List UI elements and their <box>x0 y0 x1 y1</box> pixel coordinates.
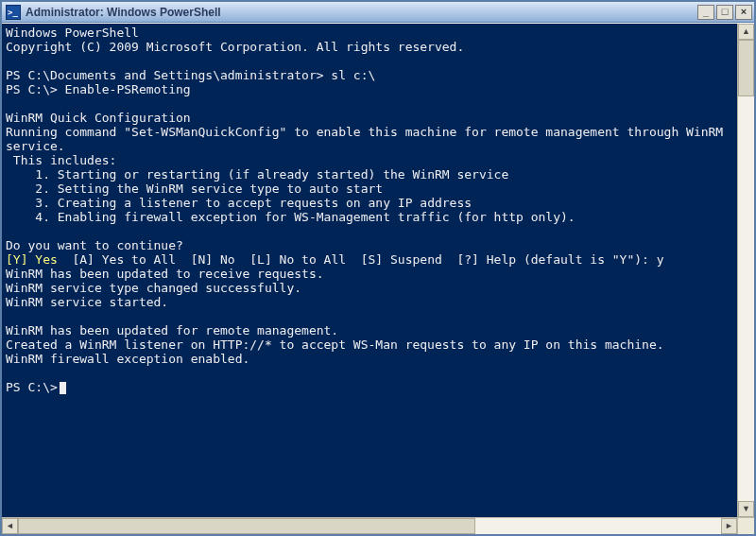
close-button[interactable]: × <box>735 5 752 20</box>
console-line: Created a WinRM listener on HTTP://* to … <box>6 337 664 352</box>
console-line: This includes: <box>6 153 116 167</box>
scroll-right-button[interactable]: ► <box>721 518 737 534</box>
window-controls: _ □ × <box>697 5 752 20</box>
console-line: 3. Creating a listener to accept request… <box>6 196 472 210</box>
console-line: WinRM Quick Configuration <box>6 111 191 125</box>
window-title: Administrator: Windows PowerShell <box>26 6 697 19</box>
console-line: Running command "Set-WSManQuickConfig" t… <box>6 125 730 153</box>
console-line: 2. Setting the WinRM service type to aut… <box>6 182 383 196</box>
prompt-choices: [A] Yes to All [N] No [L] No to All [S] … <box>58 252 664 267</box>
scroll-left-button[interactable]: ◄ <box>2 518 18 534</box>
scrollbar-corner <box>737 517 754 534</box>
minimize-button[interactable]: _ <box>697 5 714 20</box>
scroll-up-button[interactable]: ▲ <box>738 24 754 40</box>
console-output[interactable]: Windows PowerShell Copyright (C) 2009 Mi… <box>2 24 737 517</box>
scroll-h-track[interactable] <box>18 518 721 534</box>
titlebar[interactable]: Administrator: Windows PowerShell _ □ × <box>2 2 754 23</box>
cursor-icon <box>60 382 66 394</box>
scroll-v-thumb[interactable] <box>738 40 754 96</box>
console-line: PS C:\> Enable-PSRemoting <box>6 82 191 96</box>
console-line: 4. Enabling firewall exception for WS-Ma… <box>6 210 576 224</box>
powershell-icon[interactable] <box>6 5 21 20</box>
maximize-button[interactable]: □ <box>716 5 733 20</box>
scroll-h-thumb[interactable] <box>18 518 475 534</box>
console-line: WinRM has been updated to receive reques… <box>6 267 324 281</box>
scroll-down-button[interactable]: ▼ <box>738 501 754 517</box>
vertical-scrollbar[interactable]: ▲ ▼ <box>737 24 754 517</box>
client-area: Windows PowerShell Copyright (C) 2009 Mi… <box>2 23 754 534</box>
console-line: WinRM firewall exception enabled. <box>6 352 249 366</box>
console-line: WinRM service started. <box>6 295 168 309</box>
console-line: WinRM service type changed successfully. <box>6 281 301 295</box>
console-prompt: PS C:\> <box>6 380 58 394</box>
console-line: PS C:\Documents and Settings\administrat… <box>6 68 375 82</box>
prompt-default-choice: [Y] Yes <box>6 252 58 267</box>
console-line: Copyright (C) 2009 Microsoft Corporation… <box>6 40 464 54</box>
console-line: Windows PowerShell <box>6 26 139 40</box>
console-line: WinRM has been updated for remote manage… <box>6 323 338 337</box>
horizontal-scrollbar[interactable]: ◄ ► <box>2 517 737 534</box>
powershell-window: Administrator: Windows PowerShell _ □ × … <box>0 0 756 536</box>
console-line: Do you want to continue? <box>6 238 183 252</box>
console-line: 1. Starting or restarting (if already st… <box>6 167 508 182</box>
scroll-v-track[interactable] <box>738 40 754 501</box>
